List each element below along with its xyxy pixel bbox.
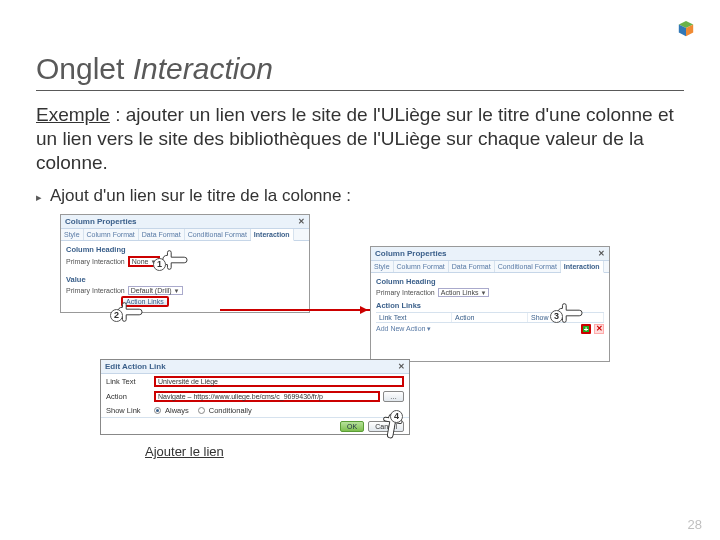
action-more-button[interactable]: … [383, 391, 404, 402]
dd-none-value: None [132, 258, 149, 265]
label-primary-interaction: Primary Interaction [66, 258, 125, 265]
label-action: Action [106, 392, 151, 401]
th-action: Action [452, 313, 528, 322]
panel2-title-text: Column Properties [375, 249, 447, 258]
chevron-down-icon: ▼ [174, 288, 180, 294]
input-linktext[interactable]: Université de Liège [154, 376, 404, 387]
chevron-down-icon: ▼ [481, 290, 487, 296]
caption-ajouter-lien: Ajouter le lien [145, 444, 224, 459]
title-emph: Interaction [133, 52, 273, 85]
dd-default-value: Default (Drill) [131, 287, 172, 294]
example-body: : ajouter un lien vers le site de l'ULiè… [36, 104, 674, 173]
label-showlink: Show Link [106, 406, 151, 415]
radio-conditionally[interactable] [198, 407, 205, 414]
panel1-title: Column Properties ✕ [61, 215, 309, 229]
dd-value-interaction[interactable]: Default (Drill)▼ [128, 286, 183, 295]
label-primary-interaction-2: Primary Interaction [66, 287, 125, 294]
tab-column-format[interactable]: Column Format [84, 229, 139, 240]
tab-interaction[interactable]: Interaction [251, 229, 294, 241]
panel1-value-heading: Value [66, 275, 304, 284]
diagram-area: Column Properties ✕ Style Column Format … [60, 214, 684, 459]
tab-conditional-format[interactable]: Conditional Format [495, 261, 561, 272]
minus-icon[interactable]: ✕ [594, 324, 604, 334]
cube-logo [677, 20, 695, 38]
input-action[interactable]: Navigate – https://www.uliege.be/cms/c_9… [154, 391, 380, 402]
example-text: Exemple : ajouter un lien vers le site d… [36, 103, 684, 174]
panel2-title: Column Properties ✕ [371, 247, 609, 261]
tab-conditional-format[interactable]: Conditional Format [185, 229, 251, 240]
example-label: Exemple [36, 104, 110, 125]
dd-al-value: Action Links [441, 289, 479, 296]
tab-style[interactable]: Style [371, 261, 394, 272]
close-icon[interactable]: ✕ [298, 217, 305, 226]
panel2-tabs: Style Column Format Data Format Conditio… [371, 261, 609, 273]
add-new-action[interactable]: Add New Action ▾ [376, 325, 431, 333]
radio-cond-label: Conditionally [209, 406, 252, 415]
page-number: 28 [688, 517, 702, 532]
edit-action-link-panel: Edit Action Link ✕ Link Text Université … [100, 359, 410, 435]
th-linktext: Link Text [376, 313, 452, 322]
label-primary-interaction-3: Primary Interaction [376, 289, 435, 296]
panel2-heading: Column Heading [376, 277, 604, 286]
label-linktext: Link Text [106, 377, 151, 386]
arrow-1-to-2 [220, 309, 370, 311]
tab-data-format[interactable]: Data Format [449, 261, 495, 272]
plus-icon[interactable]: + [581, 324, 591, 334]
panel1-title-text: Column Properties [65, 217, 137, 226]
tab-column-format[interactable]: Column Format [394, 261, 449, 272]
close-icon[interactable]: ✕ [598, 249, 605, 258]
ok-button[interactable]: OK [340, 421, 364, 432]
title-prefix: Onglet [36, 52, 133, 85]
edit-title: Edit Action Link [105, 362, 166, 371]
title-rule [36, 90, 684, 91]
panel1-tabs: Style Column Format Data Format Conditio… [61, 229, 309, 241]
dd-action-links[interactable]: Action Links▼ [438, 288, 490, 297]
radio-always[interactable] [154, 407, 161, 414]
tab-data-format[interactable]: Data Format [139, 229, 185, 240]
close-icon[interactable]: ✕ [398, 362, 405, 371]
page-title: Onglet Interaction [36, 52, 720, 86]
tab-style[interactable]: Style [61, 229, 84, 240]
sub-bullet: Ajout d'un lien sur le titre de la colon… [50, 186, 684, 206]
tab-interaction[interactable]: Interaction [561, 261, 604, 273]
radio-always-label: Always [165, 406, 189, 415]
